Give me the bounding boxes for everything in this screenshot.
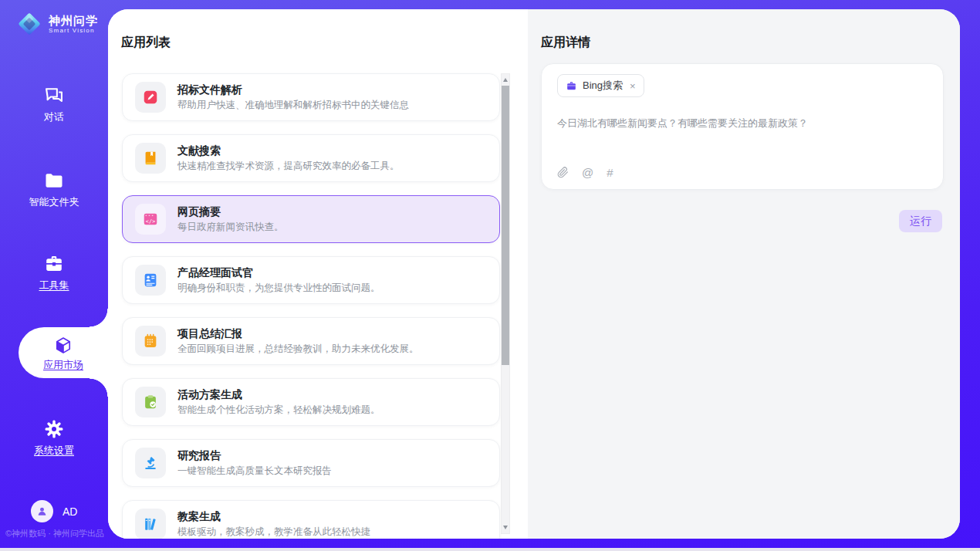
sidebar-item-label: 系统设置 bbox=[34, 445, 74, 456]
sidebar-item-label: 应用市场 bbox=[43, 359, 83, 370]
app-card[interactable]: 教案生成模板驱动，教案秒成，教学准备从此轻松快捷 bbox=[122, 500, 500, 539]
app-card-desc: 明确身份和职责，为您提供专业性的面试问题。 bbox=[177, 282, 380, 295]
app-card-desc: 快速精准查找学术资源，提高研究效率的必备工具。 bbox=[177, 160, 400, 173]
app-card-list: 招标文件解析帮助用户快速、准确地理解和解析招标书中的关键信息文献搜索快速精准查找… bbox=[122, 73, 500, 539]
folder-icon bbox=[43, 170, 65, 191]
brand-name: 神州问学 bbox=[49, 14, 98, 27]
cube-icon bbox=[53, 336, 73, 356]
app-card-desc: 智能生成个性化活动方案，轻松解决规划难题。 bbox=[177, 404, 380, 417]
user-icon bbox=[35, 505, 49, 518]
sidebar-item-cube[interactable]: 应用市场 bbox=[19, 327, 108, 378]
app-list-pane: 应用列表 招标文件解析帮助用户快速、准确地理解和解析招标书中的关键信息文献搜索快… bbox=[108, 9, 528, 539]
app-detail-title: 应用详情 bbox=[541, 35, 590, 51]
app-list-title: 应用列表 bbox=[121, 35, 171, 51]
prompt-card: Bing搜索 × 今日湖北有哪些新闻要点？有哪些需要关注的最新政策？ @ # bbox=[541, 63, 944, 190]
app-card-title: 文献搜索 bbox=[177, 144, 400, 157]
app-window: 神州问学 Smart Vision 对话智能文件夹工具集应用市场系统设置 AD … bbox=[0, 0, 980, 551]
app-card-desc: 帮助用户快速、准确地理解和解析招标书中的关键信息 bbox=[177, 99, 409, 112]
app-card[interactable]: </>网页摘要每日政府新闻资讯快查。 bbox=[122, 195, 500, 243]
sidebar-item-toolbox[interactable]: 工具集 bbox=[0, 253, 108, 291]
app-detail-pane: 应用详情 Bing搜索 × 今日湖北有哪些新闻要点？有哪些需要关注的最新政策？ bbox=[528, 9, 960, 539]
sidebar-item-label: 工具集 bbox=[39, 279, 69, 291]
sidebar-item-gear[interactable]: 系统设置 bbox=[0, 418, 108, 456]
chat-icon bbox=[43, 85, 65, 106]
brand-logo: 神州问学 Smart Vision bbox=[15, 10, 98, 38]
prompt-toolbar: @ # bbox=[557, 167, 613, 178]
app-card[interactable]: 研究报告一键智能生成高质量长文本研究报告 bbox=[122, 439, 500, 487]
app-card-title: 活动方案生成 bbox=[177, 387, 380, 401]
app-card[interactable]: 产品经理面试官明确身份和职责，为您提供专业性的面试问题。 bbox=[122, 256, 500, 304]
edit-square-icon bbox=[135, 82, 166, 113]
app-card-title: 网页摘要 bbox=[177, 205, 284, 218]
app-card-desc: 全面回顾项目进展，总结经验教训，助力未来优化发展。 bbox=[177, 343, 419, 356]
sidebar-item-label: 智能文件夹 bbox=[29, 196, 79, 208]
scrollbar-thumb[interactable] bbox=[502, 86, 509, 365]
clipboard-check-icon bbox=[135, 387, 166, 417]
resume-icon bbox=[135, 265, 166, 296]
briefcase-icon bbox=[566, 80, 577, 92]
app-card-title: 教案生成 bbox=[177, 509, 370, 523]
prompt-input[interactable]: 今日湖北有哪些新闻要点？有哪些需要关注的最新政策？ bbox=[557, 117, 928, 130]
app-card-title: 研究报告 bbox=[177, 448, 332, 462]
toolbox-icon bbox=[43, 253, 65, 275]
app-card-title: 招标文件解析 bbox=[177, 83, 409, 96]
book-icon bbox=[135, 143, 166, 174]
app-card-desc: 一键智能生成高质量长文本研究报告 bbox=[177, 465, 332, 478]
at-icon[interactable]: @ bbox=[582, 167, 593, 178]
svg-text:</>: </> bbox=[146, 218, 155, 225]
scrollbar[interactable] bbox=[501, 73, 510, 534]
hash-icon[interactable]: # bbox=[607, 167, 613, 178]
browser-code-icon: </> bbox=[135, 204, 166, 235]
tool-tag-label: Bing搜索 bbox=[583, 79, 623, 93]
sidebar-item-chat[interactable]: 对话 bbox=[0, 85, 108, 123]
paperclip-icon[interactable] bbox=[557, 167, 569, 178]
app-card-title: 项目总结汇报 bbox=[177, 326, 419, 340]
app-card-desc: 每日政府新闻资讯快查。 bbox=[177, 221, 284, 234]
microscope-icon bbox=[135, 448, 166, 478]
app-card[interactable]: 活动方案生成智能生成个性化活动方案，轻松解决规划难题。 bbox=[122, 378, 500, 426]
tool-tag-bing[interactable]: Bing搜索 × bbox=[557, 74, 644, 97]
app-card-desc: 模板驱动，教案秒成，教学准备从此轻松快捷 bbox=[177, 526, 370, 539]
app-card[interactable]: 文献搜索快速精准查找学术资源，提高研究效率的必备工具。 bbox=[122, 134, 500, 182]
scroll-down-arrow-icon[interactable] bbox=[502, 522, 509, 532]
app-card[interactable]: 项目总结汇报全面回顾项目进展，总结经验教训，助力未来优化发展。 bbox=[122, 317, 500, 365]
app-card-title: 产品经理面试官 bbox=[177, 265, 380, 279]
bottom-strip bbox=[0, 548, 980, 551]
app-card[interactable]: 招标文件解析帮助用户快速、准确地理解和解析招标书中的关键信息 bbox=[122, 73, 500, 121]
brand-subtitle: Smart Vision bbox=[49, 27, 98, 35]
run-button[interactable]: 运行 bbox=[899, 210, 942, 232]
sidebar-item-folder[interactable]: 智能文件夹 bbox=[0, 170, 108, 208]
sidebar: 神州问学 Smart Vision 对话智能文件夹工具集应用市场系统设置 AD … bbox=[0, 0, 108, 548]
user-row[interactable]: AD bbox=[31, 500, 77, 522]
notepad-icon bbox=[135, 326, 166, 357]
sidebar-item-label: 对话 bbox=[44, 111, 64, 123]
avatar[interactable] bbox=[31, 500, 53, 522]
user-name: AD bbox=[63, 505, 77, 518]
scroll-up-arrow-icon[interactable] bbox=[502, 75, 509, 85]
gear-icon bbox=[43, 418, 65, 440]
main-panel: 应用列表 招标文件解析帮助用户快速、准确地理解和解析招标书中的关键信息文献搜索快… bbox=[108, 9, 960, 539]
books-icon bbox=[135, 509, 166, 539]
copyright-text: ©神州数码 · 神州问学出品 bbox=[5, 528, 104, 539]
close-icon[interactable]: × bbox=[630, 81, 636, 91]
diamond-logo-icon bbox=[15, 10, 43, 38]
